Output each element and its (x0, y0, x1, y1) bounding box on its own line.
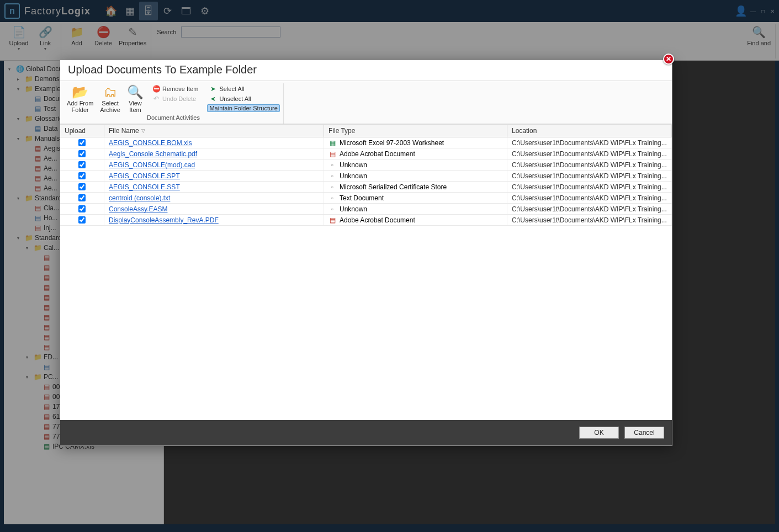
file-type-text: Adobe Acrobat Document (340, 216, 415, 224)
undo-icon: ↶ (152, 95, 160, 103)
file-location-text: C:\Users\user1t\Documents\AKD WIP\FLx Tr… (512, 183, 667, 191)
row-checkbox[interactable] (78, 194, 86, 201)
dialog-footer: OK Cancel (60, 420, 672, 445)
archive-icon: 🗂 (104, 84, 117, 100)
file-type-text: Text Document (340, 194, 384, 202)
unselect-all-button[interactable]: ➤ Unselect All (207, 94, 280, 103)
maintain-folder-structure-toggle[interactable]: Maintain Folder Structure (207, 104, 280, 112)
file-name-link[interactable]: Aegis_Console Schematic.pdf (109, 150, 197, 158)
row-checkbox[interactable] (78, 139, 86, 146)
row-checkbox[interactable] (78, 205, 86, 212)
table-row[interactable]: ConsoleAssy.EASM ▫Unknown C:\Users\user1… (60, 204, 672, 215)
row-checkbox[interactable] (78, 150, 86, 157)
remove-circle-icon: ⛔ (152, 85, 160, 93)
file-name-link[interactable]: AEGIS_CONSOLE.SPT (109, 172, 180, 180)
filetype-icon: ▤ (328, 216, 336, 224)
filetype-icon: ▫ (328, 183, 336, 191)
row-checkbox[interactable] (78, 161, 86, 168)
file-type-text: Microsoft Excel 97-2003 Worksheet (340, 139, 444, 147)
filter-icon[interactable]: ▽ (141, 128, 145, 134)
row-checkbox[interactable] (78, 183, 86, 190)
filetype-icon: ▤ (328, 150, 336, 158)
file-type-text: Adobe Acrobat Document (340, 150, 415, 158)
file-name-link[interactable]: DisplayConsoleAssembly_RevA.PDF (109, 216, 219, 224)
file-name-link[interactable]: AEGIS_CONSOLE.SST (109, 183, 180, 191)
row-checkbox[interactable] (78, 172, 86, 179)
filetype-icon: ▫ (328, 205, 336, 213)
file-location-text: C:\Users\user1t\Documents\AKD WIP\FLx Tr… (512, 172, 667, 180)
arrow-right-icon: ➤ (209, 85, 217, 93)
file-location-text: C:\Users\user1t\Documents\AKD WIP\FLx Tr… (512, 139, 667, 147)
col-upload[interactable]: Upload (60, 125, 104, 137)
file-location-text: C:\Users\user1t\Documents\AKD WIP\FLx Tr… (512, 161, 667, 169)
grid-header: Upload File Name▽ File Type Location (60, 125, 672, 137)
row-checkbox[interactable] (78, 216, 86, 224)
filetype-icon: ▦ (328, 139, 336, 147)
file-location-text: C:\Users\user1t\Documents\AKD WIP\FLx Tr… (512, 216, 667, 224)
arrow-left-icon: ➤ (209, 95, 217, 103)
select-all-button[interactable]: ➤ Select All (207, 84, 280, 93)
upload-dialog: ✕ Upload Documents To Example Folder 📂 A… (60, 60, 672, 446)
table-row[interactable]: Aegis_Console Schematic.pdf ▤Adobe Acrob… (60, 148, 672, 159)
table-row[interactable]: AEGIS_CONSOLE.SST ▫Microsoft Serialized … (60, 182, 672, 193)
filetype-icon: ▫ (328, 172, 336, 180)
file-type-text: Unknown (340, 205, 367, 213)
cancel-button[interactable]: Cancel (624, 427, 664, 439)
file-name-link[interactable]: centroid (console).txt (109, 194, 170, 202)
file-name-link[interactable]: AEGIS_CONSOLE(mod).cad (109, 161, 195, 169)
file-type-text: Unknown (340, 172, 367, 180)
filetype-icon: ▫ (328, 194, 336, 202)
table-row[interactable]: AEGIS_CONSOLE.SPT ▫Unknown C:\Users\user… (60, 171, 672, 182)
ok-button[interactable]: OK (579, 427, 619, 439)
table-row[interactable]: AEGIS_CONSOLE BOM.xls ▦Microsoft Excel 9… (60, 137, 672, 148)
select-archive-button[interactable]: 🗂 Select Archive (97, 83, 124, 114)
dialog-close-button[interactable]: ✕ (663, 54, 674, 65)
table-row[interactable]: DisplayConsoleAssembly_RevA.PDF ▤Adobe A… (60, 215, 672, 226)
dialog-title: Upload Documents To Example Folder (60, 60, 672, 81)
dialog-toolbar: 📂 Add From Folder 🗂 Select Archive 🔍 Vie… (60, 81, 672, 124)
file-name-link[interactable]: ConsoleAssy.EASM (109, 205, 167, 213)
remove-item-button[interactable]: ⛔ Remove Item (150, 84, 200, 93)
add-from-folder-button[interactable]: 📂 Add From Folder (63, 83, 97, 114)
col-location[interactable]: Location (507, 125, 672, 137)
undo-delete-button[interactable]: ↶ Undo Delete (150, 94, 200, 103)
file-name-link[interactable]: AEGIS_CONSOLE BOM.xls (109, 139, 192, 147)
col-file-name[interactable]: File Name▽ (104, 125, 324, 137)
folder-plus-icon: 📂 (72, 84, 88, 100)
col-file-type[interactable]: File Type (324, 125, 507, 137)
filetype-icon: ▫ (328, 161, 336, 169)
file-type-text: Unknown (340, 161, 367, 169)
file-location-text: C:\Users\user1t\Documents\AKD WIP\FLx Tr… (512, 150, 667, 158)
file-type-text: Microsoft Serialized Certificate Store (340, 183, 447, 191)
upload-grid: Upload File Name▽ File Type Location AEG… (60, 124, 672, 420)
table-row[interactable]: centroid (console).txt ▫Text Document C:… (60, 193, 672, 204)
file-location-text: C:\Users\user1t\Documents\AKD WIP\FLx Tr… (512, 205, 667, 213)
file-location-text: C:\Users\user1t\Documents\AKD WIP\FLx Tr… (512, 194, 667, 202)
toolbar-group-label: Document Activities (63, 114, 283, 123)
view-item-icon: 🔍 (127, 84, 144, 100)
table-row[interactable]: AEGIS_CONSOLE(mod).cad ▫Unknown C:\Users… (60, 159, 672, 171)
view-item-button[interactable]: 🔍 View Item (124, 83, 147, 114)
